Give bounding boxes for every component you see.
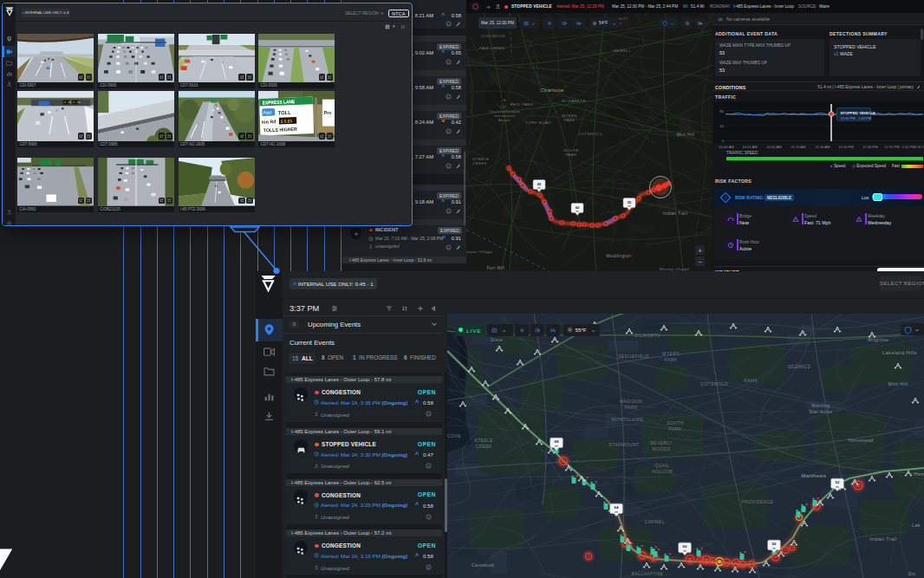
svg-text:DILWORTH: DILWORTH xyxy=(634,333,660,338)
svg-text:International: International xyxy=(494,114,516,118)
svg-text:Indian Trail: Indian Trail xyxy=(663,211,687,216)
svg-text:Airport: Airport xyxy=(498,119,510,122)
svg-text:Star Acres: Star Acres xyxy=(809,409,832,414)
svg-text:REID PARK: REID PARK xyxy=(511,102,534,107)
svg-text:Fort Mill: Fort Mill xyxy=(487,266,505,270)
svg-text:56: 56 xyxy=(772,542,777,546)
svg-text:Charlotte/Douglas: Charlotte/Douglas xyxy=(489,110,520,114)
svg-text:Weddington: Weddington xyxy=(606,254,632,258)
svg-text:80: 80 xyxy=(719,109,724,114)
svg-text:×: × xyxy=(805,502,808,507)
svg-text:ton Rd: ton Rd xyxy=(262,119,277,125)
svg-text:60: 60 xyxy=(683,544,687,549)
svg-text:HOLLOW: HOLLOW xyxy=(652,469,673,474)
svg-text:×: × xyxy=(817,496,819,501)
svg-text:×: × xyxy=(641,543,643,549)
svg-text:Sio: Sio xyxy=(908,571,915,576)
svg-text:$ 0.65: $ 0.65 xyxy=(281,118,293,124)
svg-text:COTSWOLD: COTSWOLD xyxy=(700,381,728,386)
svg-text:mi: mi xyxy=(555,445,558,448)
svg-text:PROVIDENCE: PROVIDENCE xyxy=(741,499,773,504)
svg-text:mi: mi xyxy=(683,549,686,553)
svg-text:4.10: 4.10 xyxy=(74,101,81,104)
svg-text:×: × xyxy=(700,546,703,551)
svg-text:Wilgrove: Wilgrove xyxy=(868,337,889,342)
svg-text:BALLANTYNE: BALLANTYNE xyxy=(632,571,664,576)
svg-text:+: + xyxy=(504,97,506,102)
svg-text:Mint Hill: Mint Hill xyxy=(677,133,695,137)
svg-text:Morning: Morning xyxy=(812,403,830,408)
svg-text:mi: mi xyxy=(628,205,631,208)
svg-text:mi: mi xyxy=(615,510,618,514)
svg-text:×: × xyxy=(576,473,578,478)
svg-text:RAMA: RAMA xyxy=(744,378,758,383)
svg-text:Matthews: Matthews xyxy=(802,473,827,478)
svg-text:Baxter Village: Baxter Village xyxy=(466,250,492,254)
svg-text:CARMEL: CARMEL xyxy=(644,519,664,524)
svg-text:PARK: PARK xyxy=(565,153,576,157)
svg-text:MYERS: MYERS xyxy=(662,351,680,356)
svg-text:CREEK: CREEK xyxy=(472,161,487,166)
svg-text:Mint Hill: Mint Hill xyxy=(888,381,908,386)
svg-text:×: × xyxy=(608,499,610,504)
svg-text:NEWELL: NEWELL xyxy=(614,49,632,53)
svg-text:mi: mi xyxy=(772,547,776,550)
svg-text:68: 68 xyxy=(555,439,559,444)
svg-text:PAW CREEK: PAW CREEK xyxy=(479,46,504,50)
svg-text:SEDGEFIELD: SEDGEFIELD xyxy=(618,354,649,359)
svg-text:STEELE: STEELE xyxy=(474,438,493,443)
svg-text:40: 40 xyxy=(719,124,724,128)
svg-text:ELIZABETH: ELIZABETH xyxy=(562,99,586,103)
svg-text:Lakeland Hills: Lakeland Hills xyxy=(882,350,917,355)
svg-text:Carowood: Carowood xyxy=(472,562,494,568)
svg-text:mi: mi xyxy=(576,210,579,213)
svg-text:PARK: PARK xyxy=(625,405,638,410)
svg-text:Indian Trail: Indian Trail xyxy=(869,536,897,542)
svg-text:×: × xyxy=(668,551,671,556)
svg-text:BEVERLY: BEVERLY xyxy=(650,440,673,445)
svg-text:mi: mi xyxy=(537,186,541,190)
svg-text:×: × xyxy=(586,475,589,480)
svg-text:COTSWOLD: COTSWOLD xyxy=(578,132,603,136)
svg-text:Pass: Pass xyxy=(264,110,273,115)
svg-text:STARMOUNT: STARMOUNT xyxy=(609,442,640,447)
svg-text:Homestead: Homestead xyxy=(848,438,873,443)
svg-text:PARK: PARK xyxy=(665,357,678,362)
svg-text:mi: mi xyxy=(836,485,839,489)
svg-text:CLT -: CLT - xyxy=(500,106,510,109)
svg-text:Lak: Lak xyxy=(912,523,921,528)
svg-text:IDLEWILD: IDLEWILD xyxy=(788,364,811,369)
svg-text:YORK ROAD: YORK ROAD xyxy=(525,120,551,125)
svg-text:CREEK: CREEK xyxy=(475,444,491,449)
svg-text:Pro: Pro xyxy=(324,110,332,115)
svg-text:COULWOOD: COULWOOD xyxy=(480,34,505,38)
svg-text:MADISON: MADISON xyxy=(620,399,642,404)
svg-text:WOODS: WOODS xyxy=(652,446,671,451)
svg-text:Dixie: Dixie xyxy=(491,337,503,342)
svg-text:Hem: Hem xyxy=(914,471,924,477)
svg-text:−: − xyxy=(698,259,701,265)
svg-text:MONTCLAIRE: MONTCLAIRE xyxy=(612,417,644,422)
svg-text:+: + xyxy=(698,248,701,254)
svg-text:×: × xyxy=(657,547,660,552)
svg-text:4.10: 4.10 xyxy=(64,101,71,104)
svg-text:!: ! xyxy=(725,195,726,200)
svg-text:SOUTH: SOUTH xyxy=(667,420,684,425)
svg-text:×: × xyxy=(744,549,746,555)
svg-text:QUAIL: QUAIL xyxy=(654,463,669,468)
svg-text:×: × xyxy=(595,479,597,484)
svg-text:COVE: COVE xyxy=(447,433,461,438)
svg-text:PARK: PARK xyxy=(669,426,682,432)
svg-text:×: × xyxy=(624,532,627,537)
svg-text:PARK: PARK xyxy=(563,118,575,122)
svg-text:64: 64 xyxy=(615,505,619,510)
svg-text:TOLL: TOLL xyxy=(278,110,291,116)
svg-text:52: 52 xyxy=(836,480,840,484)
svg-text:Charlotte: Charlotte xyxy=(540,88,563,93)
